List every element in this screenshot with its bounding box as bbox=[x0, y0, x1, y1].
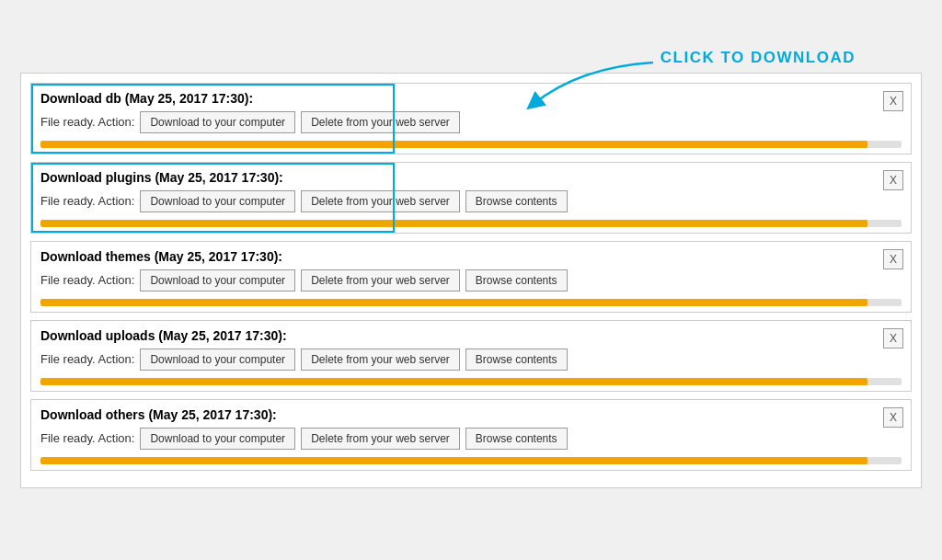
browse-others-button[interactable]: Browse contents bbox=[465, 428, 568, 450]
close-uploads-button[interactable]: X bbox=[883, 328, 903, 349]
download-db-button[interactable]: Download to your computer bbox=[140, 111, 295, 133]
item-themes-label: File ready. Action: bbox=[40, 273, 134, 287]
item-others-label: File ready. Action: bbox=[40, 431, 134, 445]
download-plugins-button[interactable]: Download to your computer bbox=[140, 190, 295, 212]
item-db-actions: File ready. Action: Download to your com… bbox=[40, 111, 902, 133]
item-others-progress-container bbox=[40, 457, 902, 464]
delete-themes-button[interactable]: Delete from your web server bbox=[301, 269, 460, 291]
item-themes-progress-bar bbox=[40, 299, 867, 306]
close-themes-button[interactable]: X bbox=[883, 249, 903, 269]
close-others-button[interactable]: X bbox=[883, 407, 903, 428]
download-list-container: CLICK TO DOWNLOAD Download db (May 25, 2… bbox=[20, 73, 922, 488]
browse-uploads-button[interactable]: Browse contents bbox=[465, 349, 568, 371]
item-others-title: Download others (May 25, 2017 17:30): bbox=[40, 407, 902, 422]
item-plugins-progress-container bbox=[40, 220, 902, 227]
item-db-progress-bar bbox=[40, 141, 867, 148]
item-others-progress-bar bbox=[40, 457, 867, 464]
browse-themes-button[interactable]: Browse contents bbox=[465, 269, 568, 291]
item-uploads-progress-container bbox=[40, 378, 902, 385]
item-uploads-actions: File ready. Action: Download to your com… bbox=[40, 349, 902, 371]
delete-db-button[interactable]: Delete from your web server bbox=[301, 111, 460, 133]
item-themes-title: Download themes (May 25, 2017 17:30): bbox=[40, 249, 902, 264]
download-others-button[interactable]: Download to your computer bbox=[140, 428, 295, 450]
download-item-plugins: Download plugins (May 25, 2017 17:30): F… bbox=[30, 162, 912, 234]
item-db-title: Download db (May 25, 2017 17:30): bbox=[40, 91, 902, 106]
download-themes-button[interactable]: Download to your computer bbox=[140, 269, 295, 291]
download-item-db: CLICK TO DOWNLOAD Download db (May 25, 2… bbox=[30, 83, 912, 154]
download-uploads-button[interactable]: Download to your computer bbox=[140, 349, 295, 371]
item-db-label: File ready. Action: bbox=[40, 115, 134, 129]
item-plugins-progress-bar bbox=[40, 220, 867, 227]
item-themes-progress-container bbox=[40, 299, 902, 306]
browse-plugins-button[interactable]: Browse contents bbox=[465, 190, 568, 212]
item-uploads-progress-bar bbox=[40, 378, 867, 385]
item-uploads-title: Download uploads (May 25, 2017 17:30): bbox=[40, 328, 902, 343]
item-themes-actions: File ready. Action: Download to your com… bbox=[40, 269, 902, 291]
item-db-progress-container bbox=[40, 141, 902, 148]
delete-plugins-button[interactable]: Delete from your web server bbox=[301, 190, 460, 212]
item-others-actions: File ready. Action: Download to your com… bbox=[40, 428, 902, 450]
item-plugins-actions: File ready. Action: Download to your com… bbox=[40, 190, 902, 212]
item-plugins-title: Download plugins (May 25, 2017 17:30): bbox=[40, 170, 902, 185]
close-plugins-button[interactable]: X bbox=[883, 170, 903, 190]
download-item-uploads: Download uploads (May 25, 2017 17:30): F… bbox=[30, 320, 912, 392]
click-to-download-label: CLICK TO DOWNLOAD bbox=[661, 49, 856, 67]
download-item-themes: Download themes (May 25, 2017 17:30): Fi… bbox=[30, 241, 912, 313]
delete-uploads-button[interactable]: Delete from your web server bbox=[301, 349, 460, 371]
item-plugins-label: File ready. Action: bbox=[40, 194, 134, 208]
delete-others-button[interactable]: Delete from your web server bbox=[301, 428, 460, 450]
close-db-button[interactable]: X bbox=[883, 91, 903, 111]
item-uploads-label: File ready. Action: bbox=[40, 352, 134, 366]
download-item-others: Download others (May 25, 2017 17:30): Fi… bbox=[30, 399, 912, 471]
